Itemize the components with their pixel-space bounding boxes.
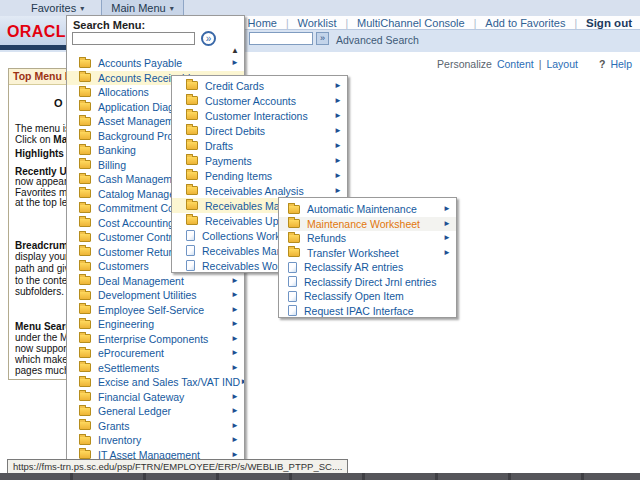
menu-item-label: Customer Accounts [205, 95, 296, 107]
nav-link-add-to-favorites[interactable]: Add to Favorites [485, 17, 565, 29]
menu-item-label: Pending Items [205, 170, 272, 182]
menu-item-label: Financial Gateway [98, 391, 184, 403]
advanced-search-link[interactable]: Advanced Search [336, 34, 419, 46]
menu-item-employee-self-service[interactable]: Employee Self-Service► [67, 303, 244, 318]
menu-item-customer-accounts[interactable]: Customer Accounts► [172, 93, 347, 108]
menu-item-esettlements[interactable]: eSettlements► [67, 361, 244, 376]
header-search-go-button[interactable]: » [316, 32, 329, 45]
menu-item-deal-management[interactable]: Deal Management► [67, 274, 244, 289]
folder-icon [79, 73, 91, 82]
folder-icon [79, 276, 91, 285]
folder-icon [79, 262, 91, 271]
personalize-row: Personalize Content | Layout ? Help [437, 58, 632, 70]
menu-item-general-ledger[interactable]: General Ledger► [67, 404, 244, 419]
folder-icon [79, 175, 91, 184]
menu-item-reclassify-open-item[interactable]: Reclassify Open Item [279, 289, 456, 304]
menu-item-reclassify-ar-entries[interactable]: Reclassify AR entries [279, 260, 456, 275]
submenu-arrow-icon: ► [231, 59, 239, 67]
menu-item-label: Refunds [307, 232, 346, 244]
favorites-menu-tab[interactable]: Favorites ▾ [22, 0, 93, 16]
menu-item-accounts-payable[interactable]: Accounts Payable► [67, 56, 244, 71]
submenu-arrow-icon: ► [443, 205, 451, 213]
help-link[interactable]: Help [610, 58, 632, 70]
panel-heading-fragment: O [54, 97, 63, 109]
menu-item-credit-cards[interactable]: Credit Cards► [172, 78, 347, 93]
menu-item-financial-gateway[interactable]: Financial Gateway► [67, 390, 244, 405]
menu-item-label: Credit Cards [205, 80, 264, 92]
menu-item-maintenance-worksheet[interactable]: Maintenance Worksheet► [279, 217, 456, 232]
nav-link-home[interactable]: Home [248, 17, 277, 29]
menu-item-label: Cost Accounting [98, 217, 174, 229]
personalize-layout-link[interactable]: Layout [546, 58, 578, 70]
menu-item-label: Grants [98, 420, 130, 432]
nav-separator: | [345, 18, 348, 29]
folder-icon [288, 205, 300, 214]
menu-item-direct-debits[interactable]: Direct Debits► [172, 123, 347, 138]
folder-icon [79, 334, 91, 343]
personalize-content-link[interactable]: Content [497, 58, 534, 70]
page-icon [288, 276, 297, 287]
nav-separator: | [286, 18, 289, 29]
scroll-up-icon[interactable]: ▲ [231, 46, 239, 55]
menu-item-receivables-analysis[interactable]: Receivables Analysis► [172, 183, 347, 198]
menu-item-payments[interactable]: Payments► [172, 153, 347, 168]
menu-item-inventory[interactable]: Inventory► [67, 433, 244, 448]
menu-item-development-utilities[interactable]: Development Utilities► [67, 288, 244, 303]
nav-link-multichannel-console[interactable]: MultiChannel Console [357, 17, 465, 29]
folder-icon [79, 218, 91, 227]
folder-icon [79, 117, 91, 126]
submenu-arrow-icon: ► [443, 220, 451, 228]
nav-link-worklist[interactable]: Worklist [298, 17, 337, 29]
menu-item-label: Billing [98, 159, 126, 171]
menu-item-label: Payments [205, 155, 252, 167]
menu-item-automatic-maintenance[interactable]: Automatic Maintenance► [279, 202, 456, 217]
submenu-arrow-icon: ► [231, 277, 239, 285]
submenu-arrow-icon: ► [231, 393, 239, 401]
page-icon [186, 260, 195, 271]
menu-item-engineering[interactable]: Engineering► [67, 317, 244, 332]
menu-item-enterprise-components[interactable]: Enterprise Components► [67, 332, 244, 347]
menu-item-label: Engineering [98, 318, 154, 330]
folder-icon [186, 171, 198, 180]
submenu-arrow-icon: ► [443, 234, 451, 242]
menu-item-transfer-worksheet[interactable]: Transfer Worksheet► [279, 246, 456, 261]
submenu-arrow-icon: ► [334, 172, 342, 180]
personalize-label: Personalize [437, 58, 492, 70]
folder-icon [186, 141, 198, 150]
menu-item-customer-interactions[interactable]: Customer Interactions► [172, 108, 347, 123]
menu-item-excise-and-sales-tax-vat-ind[interactable]: Excise and Sales Tax/VAT IND► [67, 375, 244, 390]
submenu-arrow-icon: ► [334, 127, 342, 135]
page-icon [186, 245, 195, 256]
menu-item-refunds[interactable]: Refunds► [279, 231, 456, 246]
submenu-arrow-icon: ► [231, 451, 239, 459]
menu-item-label: Employee Self-Service [98, 304, 204, 316]
menu-search-input[interactable] [72, 32, 195, 45]
menu-item-label: General Ledger [98, 405, 171, 417]
menu-item-label: Drafts [205, 140, 233, 152]
folder-icon [288, 219, 300, 228]
folder-icon [79, 450, 91, 459]
page-icon [288, 305, 297, 316]
folder-icon [288, 248, 300, 257]
submenu-arrow-icon: ► [334, 142, 342, 150]
menu-item-reclassify-direct-jrnl-entries[interactable]: Reclassify Direct Jrnl entries [279, 275, 456, 290]
folder-icon [79, 291, 91, 300]
header-search-input[interactable] [249, 32, 313, 45]
menu-item-pending-items[interactable]: Pending Items► [172, 168, 347, 183]
menu-item-grants[interactable]: Grants► [67, 419, 244, 434]
folder-icon [79, 305, 91, 314]
sign-out-link[interactable]: Sign out [586, 17, 632, 29]
main-menu-tab[interactable]: Main Menu ▾ [101, 0, 183, 16]
panel-text-line: Highlights [15, 148, 64, 159]
menu-search-go-button[interactable]: » [201, 31, 216, 46]
menu-item-drafts[interactable]: Drafts► [172, 138, 347, 153]
submenu-arrow-icon: ► [334, 82, 342, 90]
menu-item-request-ipac-interface[interactable]: Request IPAC Interface [279, 304, 456, 319]
menu-item-label: Deal Management [98, 275, 184, 287]
bottom-strip [0, 473, 640, 480]
menu-item-label: Receivables Analysis [205, 185, 304, 197]
page-icon [288, 262, 297, 273]
folder-icon [186, 201, 198, 210]
menu-item-eprocurement[interactable]: eProcurement► [67, 346, 244, 361]
nav-separator: | [474, 18, 477, 29]
